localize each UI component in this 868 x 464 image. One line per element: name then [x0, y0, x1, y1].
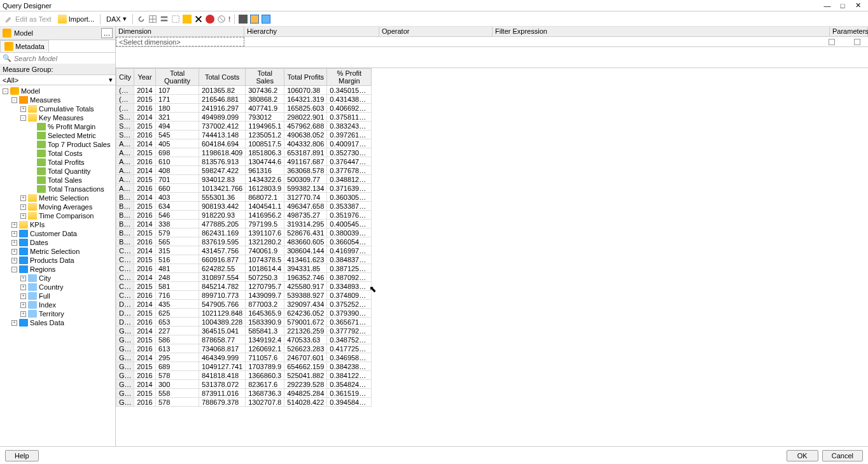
grid-cell[interactable]: 496347.658 — [284, 202, 327, 211]
grid-cell[interactable]: Bat... — [116, 211, 134, 220]
grid-cell[interactable]: Syd... — [116, 122, 134, 130]
grid-cell[interactable]: 180 — [156, 104, 199, 113]
grid-cell[interactable]: 1304744.6 — [246, 157, 284, 166]
grid-cell[interactable]: 1368736.3 — [246, 389, 284, 398]
expander-icon[interactable]: + — [20, 302, 26, 308]
grid-cell[interactable]: 0.38324356753... — [327, 122, 372, 130]
grid-cell[interactable]: 403 — [156, 193, 199, 202]
tree-node[interactable]: +Metric Selection — [0, 193, 115, 202]
table-row[interactable]: Cof...2015581845214.7821270795.7425580.9… — [116, 282, 372, 291]
grid-cell[interactable]: 319314.295 — [284, 220, 327, 228]
grid-cell[interactable]: 1235051.2 — [246, 130, 284, 139]
grid-cell[interactable]: 0.39458458911... — [327, 398, 372, 407]
grid-cell[interactable]: Alb... — [116, 157, 134, 166]
grid-cell[interactable]: 404332.806 — [284, 139, 327, 148]
table-row[interactable]: Du...2014435547905.766877003.2329097.434… — [116, 300, 372, 309]
aggregate-icon[interactable] — [183, 15, 192, 24]
table-row[interactable]: Ces...2016481624282.551018614.4394331.85… — [116, 264, 372, 273]
grid-cell[interactable]: 0.36567197146... — [327, 318, 372, 327]
grid-cell[interactable]: 2014 — [134, 327, 156, 335]
grid-cell[interactable]: 2016 — [134, 264, 156, 273]
grid-cell[interactable]: Bro... — [116, 228, 134, 237]
grid-cell[interactable]: 315 — [156, 246, 199, 255]
grid-cell[interactable]: 0.36151980772... — [327, 389, 372, 398]
grid-cell[interactable]: 0.40669257439... — [327, 104, 372, 113]
grid-cell[interactable]: 841818.418 — [199, 371, 246, 380]
expander-icon[interactable]: - — [11, 97, 17, 103]
tree-node[interactable]: Total Quantity — [0, 167, 115, 176]
refresh-icon[interactable] — [137, 15, 146, 24]
grid-cell[interactable]: 0.38003992717... — [327, 228, 372, 237]
table-row[interactable]: Syd...2014321494989.099793012298022.9010… — [116, 113, 372, 122]
expander-icon[interactable]: + — [20, 311, 26, 317]
tree-node[interactable]: -Regions — [0, 265, 115, 274]
grid-cell[interactable]: 2015 — [134, 282, 156, 291]
grid-cell[interactable]: 308604.144 — [284, 246, 327, 255]
grid-cell[interactable]: 653 — [156, 318, 199, 327]
grid-cell[interactable]: 164321.319 — [284, 95, 327, 104]
expander-icon[interactable]: - — [20, 115, 26, 121]
grid-cell[interactable]: 298022.901 — [284, 113, 327, 122]
grid-cell[interactable]: 2015 — [134, 95, 156, 104]
grid-cell[interactable]: Go... — [116, 344, 134, 353]
grid-cell[interactable]: 1013421.766 — [199, 184, 246, 193]
expander-icon[interactable]: + — [11, 320, 17, 326]
grid-cell[interactable]: 1198618.409 — [199, 148, 246, 157]
grid-cell[interactable]: 613 — [156, 344, 199, 353]
grid-cell[interactable]: 1391107.6 — [246, 228, 284, 237]
grid-cell[interactable]: Gra... — [116, 380, 134, 389]
grid-cell[interactable]: 0.37939041522... — [327, 309, 372, 318]
grid-cell[interactable]: Gra... — [116, 398, 134, 407]
grid-cell[interactable]: 581 — [156, 282, 199, 291]
cancel-exec-icon[interactable] — [217, 15, 226, 24]
grid-cell[interactable]: 494 — [156, 122, 199, 130]
grid-cell[interactable]: Du... — [116, 318, 134, 327]
grid-cell[interactable]: 0.37163980940... — [327, 184, 372, 193]
grid-cell[interactable]: 431457.756 — [199, 246, 246, 255]
grid-cell[interactable]: 292239.528 — [284, 380, 327, 389]
grid-header[interactable]: City — [116, 69, 134, 86]
grid-cell[interactable]: 634 — [156, 202, 199, 211]
grid-cell[interactable]: 165825.603 — [284, 104, 327, 113]
table-row[interactable]: Ar...20166601013421.7661612803.9599382.1… — [116, 184, 372, 193]
grid-cell[interactable]: Du... — [116, 300, 134, 309]
metadata-tab[interactable]: Metadata — [0, 40, 49, 52]
grid-header[interactable]: Total Profits — [284, 69, 327, 86]
grid-cell[interactable]: 654662.159 — [284, 362, 327, 371]
grid-cell[interactable]: 408 — [156, 166, 199, 175]
tree-node[interactable]: Top 7 Product Sales — [0, 140, 115, 149]
grid-header[interactable]: Total Costs — [199, 69, 246, 86]
expander-icon[interactable]: - — [3, 88, 8, 94]
result-grid[interactable]: CityYearTotal QuantityTotal CostsTotal S… — [116, 68, 372, 407]
grid-cell[interactable]: 585841.3 — [246, 327, 284, 335]
grid-cell[interactable]: 516 — [156, 255, 199, 264]
grid-cell[interactable]: 845214.782 — [199, 282, 246, 291]
grid-cell[interactable]: 2015 — [134, 148, 156, 157]
tree-node[interactable]: +Cumulative Totals — [0, 104, 115, 113]
grid-cell[interactable]: 196352.746 — [284, 273, 327, 282]
grid-cell[interactable]: 2014 — [134, 86, 156, 95]
table-row[interactable]: Gra...2016578788679.3781302707.8514028.4… — [116, 398, 372, 407]
grid-cell[interactable]: 457962.688 — [284, 122, 327, 130]
grid-cell[interactable]: 1270795.7 — [246, 282, 284, 291]
grid-cell[interactable]: Go... — [116, 335, 134, 344]
table-row[interactable]: Go...2015586878658.771349192.4470533.630… — [116, 335, 372, 344]
grid-cell[interactable]: 878658.77 — [199, 335, 246, 344]
param-checkbox-2[interactable] — [854, 39, 860, 45]
grid-cell[interactable]: 246707.601 — [284, 353, 327, 362]
grid-cell[interactable]: 701 — [156, 175, 199, 184]
grid-cell[interactable]: 514028.422 — [284, 398, 327, 407]
table-row[interactable]: Syd...2015494737002.4121194965.1457962.6… — [116, 122, 372, 130]
grid-cell[interactable]: Cof... — [116, 291, 134, 300]
grid-cell[interactable]: 2015 — [134, 335, 156, 344]
grid-cell[interactable]: 1612803.9 — [246, 184, 284, 193]
grid-cell[interactable]: 610 — [156, 157, 199, 166]
table-row[interactable]: Cof...2014248310897.554507250.3196352.74… — [116, 273, 372, 282]
grid-cell[interactable]: 171 — [156, 95, 199, 104]
grid-cell[interactable]: 2015 — [134, 202, 156, 211]
design-mode-icon[interactable] — [239, 15, 248, 24]
grid-cell[interactable]: 241916.297 — [199, 104, 246, 113]
table-row[interactable]: Bro...2015579862431.1691391107.6528676.4… — [116, 228, 372, 237]
grid-cell[interactable]: 2015 — [134, 175, 156, 184]
table-row[interactable]: Bat...2015634908193.4421404541.1496347.6… — [116, 202, 372, 211]
